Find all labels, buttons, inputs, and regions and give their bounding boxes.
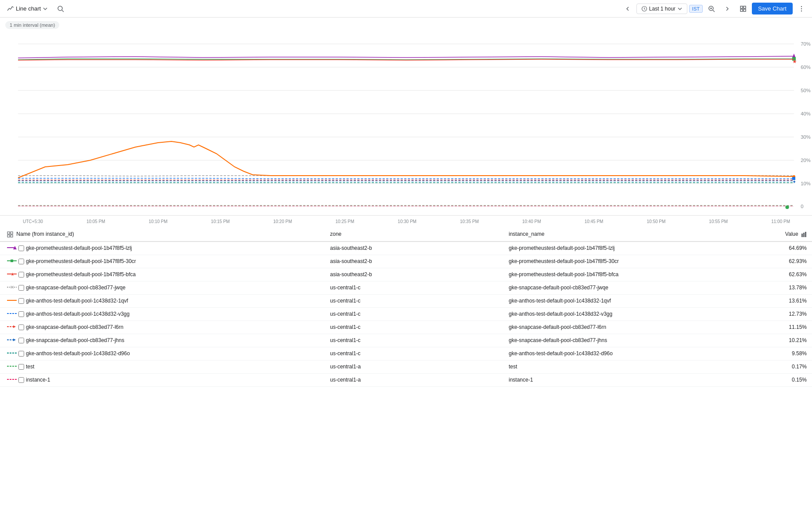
- row-name-cell: instance-1: [0, 373, 325, 386]
- svg-text:60%: 60%: [801, 65, 811, 70]
- series-marker: [7, 298, 17, 304]
- row-name: gke-snapcase-default-pool-cb83ed77-jhns: [26, 337, 124, 343]
- col-bars-icon[interactable]: [801, 232, 807, 237]
- table-row: gke-snapcase-default-pool-cb83ed77-l6rn …: [0, 321, 812, 334]
- next-button[interactable]: [720, 2, 734, 16]
- row-checkbox[interactable]: [18, 259, 24, 264]
- row-value-cell: 12.73%: [747, 307, 812, 321]
- row-name-cell: ✕ gke-snapcase-default-pool-cb83ed77-jwq…: [0, 281, 325, 294]
- row-instance-cell: gke-snapcase-default-pool-cb83ed77-jwqe: [503, 281, 747, 294]
- series-marker: ✕: [7, 285, 17, 291]
- series-marker: ★: [7, 271, 17, 278]
- data-table: Name (from instance_id) zone instance_na…: [0, 227, 812, 387]
- svg-rect-43: [805, 232, 806, 237]
- svg-text:10%: 10%: [801, 181, 811, 186]
- x-label-7: 10:35 PM: [460, 219, 479, 224]
- svg-line-1: [62, 10, 64, 12]
- save-chart-button[interactable]: Save Chart: [752, 3, 793, 14]
- col-name-header: Name (from instance_id): [0, 227, 325, 241]
- row-name-cell: gke-anthos-test-default-pool-1c438d32-d9…: [0, 347, 325, 360]
- line-chart-svg: 70% 60% 50% 40% 30% 20% 10% 0 ★: [0, 31, 812, 215]
- row-checkbox[interactable]: [18, 338, 24, 343]
- col-value-header: Value: [747, 227, 812, 241]
- row-instance-cell: gke-prometheustest-default-pool-1b47f8f5…: [503, 241, 747, 255]
- grid-icon: [7, 231, 13, 238]
- row-zone-cell: us-central1-c: [325, 281, 503, 294]
- svg-text:✦: ✦: [792, 179, 796, 184]
- row-value-cell: 62.93%: [747, 255, 812, 268]
- row-checkbox[interactable]: [18, 324, 24, 330]
- row-checkbox[interactable]: [18, 377, 24, 383]
- row-name-cell: gke-anthos-test-default-pool-1c438d32-1q…: [0, 294, 325, 307]
- row-value-cell: 13.61%: [747, 294, 812, 307]
- series-marker: [7, 377, 17, 383]
- row-name-cell: gke-anthos-test-default-pool-1c438d32-v3…: [0, 307, 325, 321]
- row-instance-cell: gke-snapcase-default-pool-cb83ed77-l6rn: [503, 321, 747, 334]
- dropdown-icon: [43, 6, 48, 11]
- reset-zoom-button[interactable]: [736, 2, 750, 16]
- svg-rect-41: [801, 234, 803, 237]
- svg-point-12: [801, 8, 802, 9]
- col-name-label: Name (from instance_id): [16, 231, 74, 237]
- chevron-right-icon: [724, 5, 731, 12]
- row-zone-cell: us-central1-c: [325, 307, 503, 321]
- row-checkbox[interactable]: [18, 311, 24, 317]
- row-checkbox[interactable]: [18, 245, 24, 251]
- row-name-cell: gke-snapcase-default-pool-cb83ed77-jhns: [0, 334, 325, 347]
- series-marker: [7, 350, 17, 357]
- interval-badge: 1 min interval (mean): [5, 21, 59, 29]
- zoom-in-button[interactable]: [704, 2, 719, 16]
- table-row: instance-1 us-central1-a instance-1 0.15…: [0, 373, 812, 386]
- row-zone-cell: asia-southeast2-b: [325, 241, 503, 255]
- col-zone-header: zone: [325, 227, 503, 241]
- svg-rect-40: [11, 235, 13, 237]
- table-row: gke-anthos-test-default-pool-1c438d32-1q…: [0, 294, 812, 307]
- chart-type-selector[interactable]: Line chart: [4, 4, 51, 14]
- row-value-cell: 13.78%: [747, 281, 812, 294]
- toolbar: Line chart Last 1 hour IST: [0, 0, 812, 18]
- row-name: gke-prometheustest-default-pool-1b47f8f5…: [26, 258, 136, 264]
- prev-button[interactable]: [621, 2, 635, 16]
- row-name: gke-prometheustest-default-pool-1b47f8f5…: [26, 245, 132, 251]
- row-instance-cell: gke-anthos-test-default-pool-1c438d32-1q…: [503, 294, 747, 307]
- row-checkbox[interactable]: [18, 298, 24, 304]
- series-marker: [7, 324, 17, 331]
- timezone-badge[interactable]: IST: [689, 5, 703, 13]
- row-checkbox[interactable]: [18, 285, 24, 291]
- row-instance-cell: gke-anthos-test-default-pool-1c438d32-d9…: [503, 347, 747, 360]
- row-instance-cell: test: [503, 360, 747, 373]
- time-range-button[interactable]: Last 1 hour: [636, 4, 687, 14]
- svg-rect-47: [11, 260, 13, 262]
- table-header: Name (from instance_id) zone instance_na…: [0, 227, 812, 241]
- row-checkbox[interactable]: [18, 351, 24, 357]
- chart-area: 70% 60% 50% 40% 30% 20% 10% 0 ★: [0, 31, 812, 215]
- x-label-5: 10:25 PM: [335, 219, 354, 224]
- row-value-cell: 0.15%: [747, 373, 812, 386]
- table-row: test us-central1-a test 0.17%: [0, 360, 812, 373]
- row-checkbox[interactable]: [18, 272, 24, 278]
- row-zone-cell: us-central1-c: [325, 294, 503, 307]
- svg-text:★: ★: [11, 272, 14, 277]
- row-instance-cell: instance-1: [503, 373, 747, 386]
- search-button[interactable]: [55, 3, 66, 14]
- row-name-cell: ★ gke-prometheustest-default-pool-1b47f8…: [0, 268, 325, 281]
- row-name: gke-snapcase-default-pool-cb83ed77-l6rn: [26, 324, 123, 330]
- row-instance-cell: gke-anthos-test-default-pool-1c438d32-v3…: [503, 307, 747, 321]
- x-label-9: 10:45 PM: [585, 219, 604, 224]
- more-options-button[interactable]: [794, 2, 808, 16]
- table-row: gke-anthos-test-default-pool-1c438d32-d9…: [0, 347, 812, 360]
- chart-type-label: Line chart: [16, 5, 41, 12]
- svg-marker-55: [13, 325, 16, 328]
- svg-rect-38: [11, 232, 13, 234]
- svg-rect-9: [740, 9, 743, 11]
- series-marker: [7, 245, 17, 252]
- svg-point-13: [801, 10, 802, 11]
- svg-rect-10: [744, 9, 746, 11]
- svg-text:0: 0: [801, 204, 803, 209]
- search-icon: [57, 5, 65, 13]
- svg-text:✕: ✕: [10, 285, 14, 290]
- row-checkbox[interactable]: [18, 364, 24, 370]
- toolbar-right: Last 1 hour IST: [621, 2, 808, 16]
- row-zone-cell: asia-southeast2-b: [325, 255, 503, 268]
- chevron-left-icon: [624, 5, 631, 12]
